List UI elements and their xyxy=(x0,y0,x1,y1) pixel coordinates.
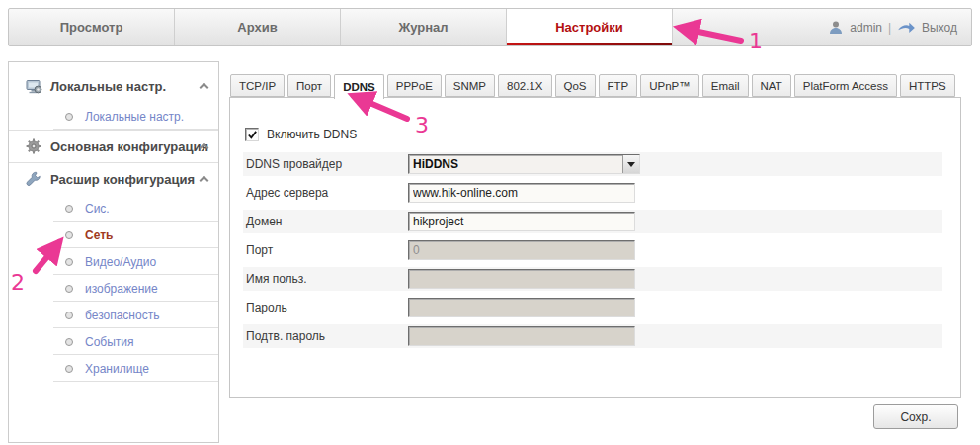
field-label: Домен xyxy=(243,215,408,228)
dropdown-arrow-icon xyxy=(627,162,635,171)
sidebar-item-label: События xyxy=(85,335,134,349)
form-row-адрес-сервера: Адрес сервера xyxy=(243,181,942,205)
local-settings-icon xyxy=(26,79,42,95)
form-row-подтв-пароль: Подтв. пароль xyxy=(243,324,942,348)
user-box: admin | Выход xyxy=(828,9,971,45)
bullet-icon xyxy=(65,365,73,373)
tab-pppoe[interactable]: PPPoE xyxy=(387,74,442,97)
sidebar-item-label: Видео/Аудио xyxy=(85,255,156,269)
bullet-icon xyxy=(65,312,73,319)
field-label: Подтв. пароль xyxy=(243,329,408,343)
sidebar-item-безопасность[interactable]: безопасность xyxy=(9,302,218,328)
field-label: Адрес сервера xyxy=(243,186,408,200)
tab-802-1x[interactable]: 802.1X xyxy=(498,74,551,97)
username-label: admin xyxy=(850,21,882,35)
nav-tab-архив[interactable]: Архив xyxy=(175,9,341,45)
имя-польз-input xyxy=(408,269,635,289)
sidebar-item-хранилище[interactable]: Хранилище xyxy=(9,355,218,382)
ddns-provider-select[interactable]: HiDDNS xyxy=(408,154,640,174)
bullet-icon xyxy=(65,205,73,213)
sidebar-item-локальные-настр[interactable]: Локальные настр. xyxy=(9,103,218,130)
wrench-icon xyxy=(26,171,42,187)
form-row-пароль: Пароль xyxy=(243,296,942,319)
nav-tab-label: Журнал xyxy=(398,20,448,35)
sidebar-group-основная-конфигурация[interactable]: Основная конфигурация xyxy=(9,130,218,162)
tab-platform-access[interactable]: PlatForm Access xyxy=(794,74,897,97)
sidebar-group-label: Локальные настр. xyxy=(50,79,166,94)
sidebar-group-label: Основная конфигурация xyxy=(50,139,208,154)
selected-value: HiDDNS xyxy=(409,157,622,171)
form-row-ddns-провайдер: DDNS провайдерHiDDNS xyxy=(243,152,942,176)
sidebar-item-сеть[interactable]: Сеть xyxy=(9,222,218,248)
gear-icon xyxy=(26,138,42,154)
пароль-input xyxy=(408,298,635,317)
chevron-up-icon xyxy=(200,83,209,93)
bullet-icon xyxy=(65,113,73,121)
подтв-пароль-input xyxy=(408,326,635,346)
tab-порт[interactable]: Порт xyxy=(287,74,331,97)
top-navigation-bar: ПросмотрАрхивЖурналНастройки admin | Вых… xyxy=(8,8,972,46)
enable-ddns-checkbox[interactable] xyxy=(245,128,259,141)
tab-nat[interactable]: NAT xyxy=(752,74,791,97)
field-label: Порт xyxy=(243,243,408,257)
домен-input[interactable] xyxy=(408,212,635,231)
bullet-icon xyxy=(65,231,73,239)
адрес-сервера-input[interactable] xyxy=(408,183,635,203)
tab-snmp[interactable]: SNMP xyxy=(445,74,495,97)
user-separator: | xyxy=(888,21,891,35)
chevron-up-icon xyxy=(200,176,209,186)
sidebar-item-label: Сеть xyxy=(85,228,113,242)
active-tab-underline xyxy=(507,43,672,45)
enable-ddns-row: Включить DDNS xyxy=(245,128,357,141)
bullet-icon xyxy=(65,258,73,266)
dropdown-button[interactable] xyxy=(622,155,639,173)
sidebar-item-label: изображение xyxy=(85,282,158,296)
nav-tab-label: Архив xyxy=(237,20,277,35)
sidebar-group-локальные-настр[interactable]: Локальные настр. xyxy=(9,70,218,103)
nav-tab-журнал[interactable]: Журнал xyxy=(341,9,507,45)
tab-email[interactable]: Email xyxy=(702,74,749,97)
top-nav-tabs: ПросмотрАрхивЖурналНастройки xyxy=(9,9,673,45)
sidebar-item-label: Локальные настр. xyxy=(85,110,184,124)
save-button[interactable]: Сохр. xyxy=(873,404,958,429)
sidebar-item-label: Хранилище xyxy=(85,362,149,376)
ddns-form: DDNS провайдерHiDDNSАдрес сервераДоменПо… xyxy=(243,152,942,353)
logout-button[interactable]: Выход xyxy=(922,21,957,35)
tab-ftp[interactable]: FTP xyxy=(599,74,638,97)
tab-qos[interactable]: QoS xyxy=(555,74,596,97)
enable-ddns-label: Включить DDNS xyxy=(267,128,357,141)
nav-tab-label: Просмотр xyxy=(60,20,123,35)
sidebar-group-label: Расшир конфигурация xyxy=(50,172,195,187)
settings-sidebar: Локальные настр.Локальные настр.Основная… xyxy=(8,61,219,443)
sidebar-item-видео-аудио[interactable]: Видео/Аудио xyxy=(9,248,218,275)
sidebar-item-сис[interactable]: Сис. xyxy=(9,195,218,222)
sidebar-item-изображение[interactable]: изображение xyxy=(9,275,218,302)
tab-upnp[interactable]: UPnP™ xyxy=(640,74,699,97)
hikvision-settings-page: ПросмотрАрхивЖурналНастройки admin | Вых… xyxy=(0,0,980,445)
user-icon xyxy=(828,20,844,36)
form-row-имя-польз: Имя польз. xyxy=(243,267,942,291)
form-row-домен: Домен xyxy=(243,210,942,233)
check-icon xyxy=(247,130,258,140)
logout-icon[interactable] xyxy=(897,21,916,34)
form-row-порт: Порт xyxy=(243,238,942,262)
sidebar-group-расшир-конфигурация[interactable]: Расшир конфигурация xyxy=(9,162,218,195)
tab-tcp-ip[interactable]: TCP/IP xyxy=(230,74,285,97)
nav-tab-просмотр[interactable]: Просмотр xyxy=(9,9,175,45)
field-label: Имя польз. xyxy=(243,272,408,286)
tab-ddns[interactable]: DDNS xyxy=(334,74,384,99)
nav-tab-label: Настройки xyxy=(555,20,623,35)
bullet-icon xyxy=(65,285,73,293)
sidebar-item-label: Сис. xyxy=(85,202,110,216)
sidebar-item-события[interactable]: События xyxy=(9,328,218,355)
field-label: Пароль xyxy=(243,301,408,314)
field-label: DDNS провайдер xyxy=(243,157,408,171)
ddns-settings-panel: Включить DDNS DDNS провайдерHiDDNSАдрес … xyxy=(229,97,961,398)
network-tab-strip: TCP/IPПортDDNSPPPoESNMP802.1XQoSFTPUPnP™… xyxy=(230,74,955,98)
порт-input xyxy=(408,240,635,260)
tab-https[interactable]: HTTPS xyxy=(900,74,955,97)
nav-tab-настройки[interactable]: Настройки xyxy=(507,9,673,45)
bullet-icon xyxy=(65,338,73,346)
sidebar-item-label: безопасность xyxy=(85,309,159,322)
